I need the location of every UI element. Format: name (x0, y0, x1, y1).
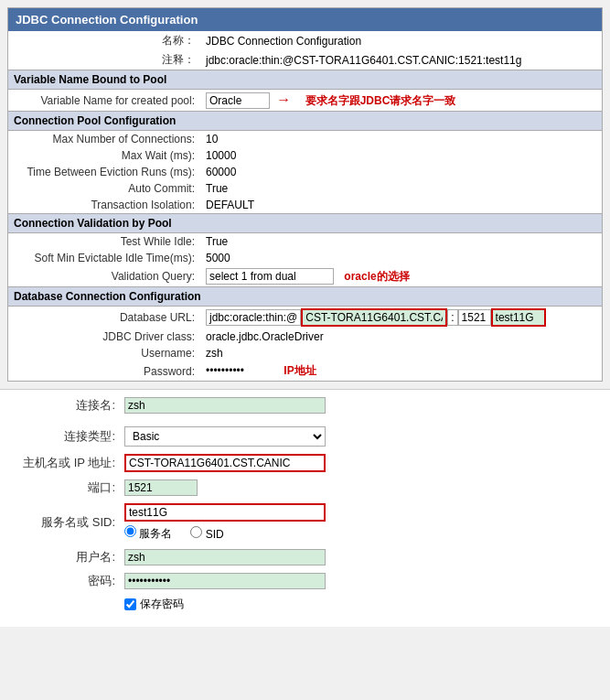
port-row: 端口: (15, 479, 595, 496)
auto-commit-value: True (200, 180, 602, 197)
db-password-label: Password: (8, 361, 200, 381)
password-row: 密码: (15, 573, 595, 589)
tx-isolation-value: DEFAULT (200, 197, 602, 213)
validation-query-input[interactable] (206, 268, 334, 285)
test-idle-value: True (200, 233, 602, 250)
conn-type-label: 连接类型: (15, 428, 124, 445)
time-eviction-label: Time Between Eviction Runs (ms): (8, 164, 200, 180)
db-username-value: zsh (200, 345, 602, 361)
db-url-colon1: : (447, 309, 457, 326)
jdbc-config-panel: JDBC Connection Configuration 名称： JDBC C… (7, 7, 603, 382)
connection-validation-table: Test While Idle: True Soft Min Evictable… (8, 233, 602, 286)
service-row: 服务名或 SID: 服务名 SID (15, 503, 595, 542)
var-name-cell: → 要求名字跟JDBC请求名字一致 (200, 90, 602, 111)
db-url-port-input[interactable] (458, 309, 491, 326)
db-password-value: •••••••••• (206, 364, 244, 377)
connection-pool-header: Connection Pool Configuration (8, 111, 602, 131)
var-name-input[interactable] (206, 92, 270, 109)
arrow-icon: → (276, 92, 291, 108)
save-pwd-checkbox[interactable] (124, 598, 136, 610)
service-name-radio-label[interactable]: 服务名 (124, 525, 172, 542)
tx-isolation-label: Transaction Isolation: (8, 197, 200, 213)
database-connection-header: Database Connection Configuration (8, 286, 602, 307)
db-url-prefix: jdbc:oracle:thin:@ (206, 309, 301, 326)
host-row: 主机名或 IP 地址: (15, 454, 595, 472)
service-name-radio-text: 服务名 (139, 527, 172, 540)
port-input[interactable] (124, 479, 198, 496)
conn-name-label: 连接名: (15, 397, 124, 414)
connection-pool-table: Max Number of Connections: 10 Max Wait (… (8, 131, 602, 213)
max-wait-value: 10000 (200, 147, 602, 164)
save-pwd-row: 保存密码 (15, 597, 595, 612)
conn-type-select[interactable]: Basic Advanced TNS (124, 426, 326, 447)
port-label: 端口: (15, 479, 124, 496)
driver-value: oracle.jdbc.OracleDriver (200, 328, 602, 345)
conn-type-row: 连接类型: Basic Advanced TNS (15, 426, 595, 447)
max-conn-value: 10 (200, 131, 602, 147)
soft-min-value: 5000 (200, 250, 602, 266)
note-value: jdbc:oracle:thin:@CST-TORA11G6401.CST.CA… (200, 50, 602, 70)
name-value: JDBC Connection Configuration (200, 31, 602, 50)
service-input[interactable] (124, 503, 326, 522)
service-label: 服务名或 SID: (15, 514, 124, 531)
host-input[interactable] (124, 454, 326, 472)
sid-radio[interactable] (190, 526, 202, 538)
note-label: 注释： (8, 50, 200, 70)
db-url-label: Database URL: (8, 307, 200, 328)
max-wait-label: Max Wait (ms): (8, 147, 200, 164)
database-connection-table: Database URL: jdbc:oracle:thin:@ : JDBC … (8, 307, 602, 381)
db-url-host-input[interactable] (301, 308, 447, 327)
db-password-cell: •••••••••• IP地址 (200, 361, 602, 381)
db-username-label: Username: (8, 345, 200, 361)
db-url-sid-input[interactable] (491, 308, 546, 327)
validation-query-label: Validation Query: (8, 266, 200, 286)
sid-radio-text: SID (206, 528, 224, 541)
var-name-label: Variable Name for created pool: (8, 90, 200, 111)
name-label: 名称： (8, 31, 200, 50)
username-row: 用户名: (15, 549, 595, 565)
validation-annotation: oracle的选择 (344, 270, 409, 283)
max-conn-label: Max Number of Connections: (8, 131, 200, 147)
ip-annotation: IP地址 (284, 364, 316, 377)
password-label: 密码: (15, 573, 124, 589)
variable-annotation: 要求名字跟JDBC请求名字一致 (305, 94, 456, 107)
db-url-parts: jdbc:oracle:thin:@ : (206, 308, 596, 327)
password-input[interactable] (124, 573, 326, 589)
validation-query-cell: oracle的选择 (200, 266, 602, 286)
bottom-form-section: 连接名: 连接类型: Basic Advanced TNS 主机名或 IP 地址… (0, 389, 610, 627)
service-radio-group: 服务名 SID (124, 525, 326, 542)
variable-pool-table: Variable Name for created pool: → 要求名字跟J… (8, 90, 602, 111)
username-label: 用户名: (15, 549, 124, 565)
save-pwd-label: 保存密码 (140, 597, 184, 612)
host-label: 主机名或 IP 地址: (15, 455, 124, 471)
username-input[interactable] (124, 549, 326, 565)
connection-validation-header: Connection Validation by Pool (8, 213, 602, 233)
service-name-radio[interactable] (124, 525, 136, 537)
variable-pool-header: Variable Name Bound to Pool (8, 70, 602, 90)
conn-name-input[interactable] (124, 397, 326, 414)
panel-title: JDBC Connection Configuration (8, 8, 602, 31)
db-url-cell: jdbc:oracle:thin:@ : (200, 307, 602, 328)
driver-label: JDBC Driver class: (8, 328, 200, 345)
conn-name-row: 连接名: (15, 397, 595, 414)
service-inputs: 服务名 SID (124, 503, 326, 542)
auto-commit-label: Auto Commit: (8, 180, 200, 197)
basic-info-table: 名称： JDBC Connection Configuration 注释： jd… (8, 31, 602, 70)
time-eviction-value: 60000 (200, 164, 602, 180)
save-pwd-checkbox-row: 保存密码 (124, 597, 184, 612)
soft-min-label: Soft Min Evictable Idle Time(ms): (8, 250, 200, 266)
test-idle-label: Test While Idle: (8, 233, 200, 250)
sid-radio-label[interactable]: SID (190, 526, 223, 541)
